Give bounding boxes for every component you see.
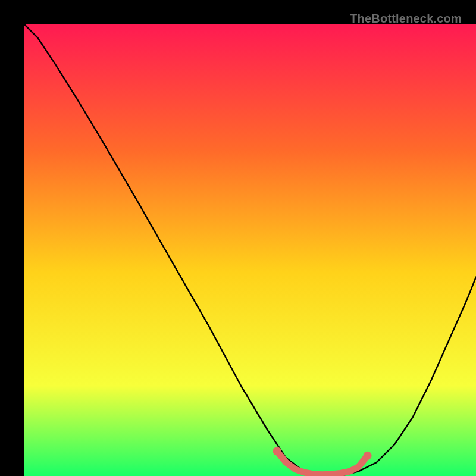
chart-frame: TheBottleneck.com	[12, 12, 464, 464]
bottleneck-chart	[24, 24, 476, 476]
watermark-text: TheBottleneck.com	[350, 12, 462, 26]
gradient-background	[24, 24, 476, 476]
sweet-spot-endpoint	[273, 447, 281, 455]
plot-area	[24, 24, 476, 476]
sweet-spot-endpoint	[364, 452, 372, 460]
